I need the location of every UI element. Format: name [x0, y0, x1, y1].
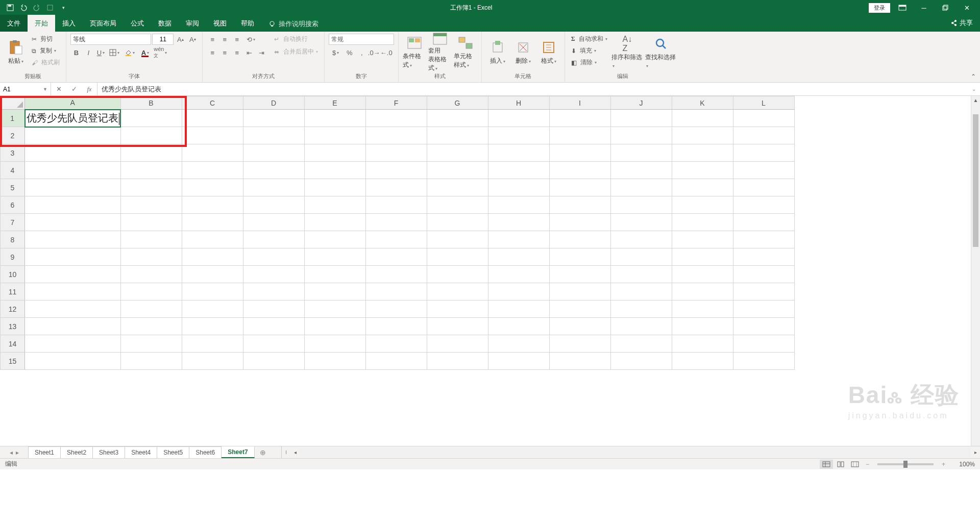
undo-icon[interactable] [17, 2, 30, 14]
cell[interactable] [120, 266, 182, 283]
cell[interactable] [304, 353, 365, 370]
cell[interactable] [365, 300, 427, 318]
indent-inc-icon[interactable]: ⇥ [256, 47, 267, 58]
tab-view[interactable]: 视图 [206, 15, 234, 32]
redo-icon[interactable] [31, 2, 43, 14]
cell[interactable] [25, 214, 121, 231]
cell[interactable] [610, 196, 672, 214]
col-header-B[interactable]: B [120, 96, 182, 110]
cell[interactable] [182, 214, 243, 231]
cell[interactable] [365, 127, 427, 144]
cell[interactable] [120, 196, 182, 214]
ribbon-opts-icon[interactable] [893, 1, 912, 15]
cell[interactable] [120, 162, 182, 179]
cell[interactable] [549, 300, 610, 318]
col-header-E[interactable]: E [304, 96, 365, 110]
row-header-6[interactable]: 6 [1, 196, 25, 214]
tab-insert[interactable]: 插入 [55, 15, 83, 32]
cell[interactable] [182, 300, 243, 318]
cell[interactable] [549, 231, 610, 248]
row-header-4[interactable]: 4 [1, 162, 25, 179]
accounting-icon[interactable]: $ [329, 47, 343, 58]
cell[interactable] [25, 179, 121, 196]
cell[interactable] [182, 162, 243, 179]
tab-file[interactable]: 文件 [0, 15, 28, 32]
cell[interactable] [427, 144, 488, 162]
fill-button[interactable]: ⬇ 填充 [569, 45, 609, 56]
cell[interactable] [304, 248, 365, 266]
hscroll-left-icon[interactable]: ◂ [291, 449, 300, 455]
cell[interactable] [549, 127, 610, 144]
col-header-I[interactable]: I [549, 96, 610, 110]
cell[interactable] [243, 318, 304, 335]
cell[interactable] [25, 248, 121, 266]
align-middle-icon[interactable]: ≡ [219, 34, 230, 45]
cell[interactable] [427, 231, 488, 248]
col-header-H[interactable]: H [488, 96, 549, 110]
cell[interactable] [733, 353, 794, 370]
cell[interactable] [488, 283, 549, 300]
indent-dec-icon[interactable]: ⇤ [243, 47, 255, 58]
cell[interactable] [488, 162, 549, 179]
cell[interactable] [304, 231, 365, 248]
cell[interactable] [25, 353, 121, 370]
normal-view-icon[interactable] [820, 460, 833, 469]
sheet-tab-Sheet4[interactable]: Sheet4 [125, 446, 157, 458]
row-header-2[interactable]: 2 [1, 127, 25, 144]
cell[interactable] [733, 144, 794, 162]
cell[interactable] [672, 353, 733, 370]
cell[interactable] [120, 231, 182, 248]
cell[interactable] [25, 335, 121, 353]
cell[interactable] [549, 162, 610, 179]
row-header-13[interactable]: 13 [1, 318, 25, 335]
cell[interactable] [672, 214, 733, 231]
cell[interactable] [182, 353, 243, 370]
cell[interactable] [120, 248, 182, 266]
cell[interactable] [610, 300, 672, 318]
cell[interactable] [365, 214, 427, 231]
row-header-9[interactable]: 9 [1, 248, 25, 266]
cell[interactable] [25, 196, 121, 214]
align-top-icon[interactable]: ≡ [207, 34, 218, 45]
cell[interactable] [488, 214, 549, 231]
align-bottom-icon[interactable]: ≡ [231, 34, 242, 45]
cell[interactable] [182, 144, 243, 162]
cell[interactable] [365, 162, 427, 179]
cell[interactable] [365, 144, 427, 162]
cell[interactable] [733, 110, 794, 127]
format-painter-button[interactable]: 🖌 格式刷 [30, 57, 62, 68]
cell[interactable] [182, 248, 243, 266]
row-header-5[interactable]: 5 [1, 179, 25, 196]
sheet-tab-Sheet6[interactable]: Sheet6 [189, 446, 222, 458]
dec-decimal-icon[interactable]: ←.0 [381, 47, 392, 58]
cell[interactable] [243, 231, 304, 248]
cell[interactable] [733, 300, 794, 318]
cell[interactable] [427, 248, 488, 266]
cell[interactable] [672, 266, 733, 283]
comma-icon[interactable]: , [356, 47, 368, 58]
cell[interactable] [120, 353, 182, 370]
autosum-button[interactable]: Σ 自动求和 [569, 34, 609, 44]
align-center-icon[interactable]: ≡ [219, 47, 230, 58]
cell[interactable] [427, 283, 488, 300]
table-format-button[interactable]: 套用 表格格式 [428, 34, 452, 70]
cell[interactable] [488, 110, 549, 127]
tab-data[interactable]: 数据 [151, 15, 179, 32]
expand-formula-icon[interactable]: ⌄ [968, 83, 980, 95]
cell[interactable] [243, 127, 304, 144]
row-header-11[interactable]: 11 [1, 283, 25, 300]
cell[interactable] [733, 335, 794, 353]
cell[interactable] [243, 214, 304, 231]
cell[interactable] [365, 283, 427, 300]
italic-button[interactable]: I [83, 47, 94, 58]
cell[interactable] [427, 162, 488, 179]
cell[interactable] [427, 214, 488, 231]
cell[interactable] [182, 127, 243, 144]
cell[interactable] [25, 127, 121, 144]
col-header-J[interactable]: J [610, 96, 672, 110]
tab-formulas[interactable]: 公式 [124, 15, 151, 32]
cell[interactable] [365, 353, 427, 370]
cell[interactable] [365, 248, 427, 266]
underline-button[interactable]: U [95, 47, 106, 58]
cell[interactable] [120, 144, 182, 162]
